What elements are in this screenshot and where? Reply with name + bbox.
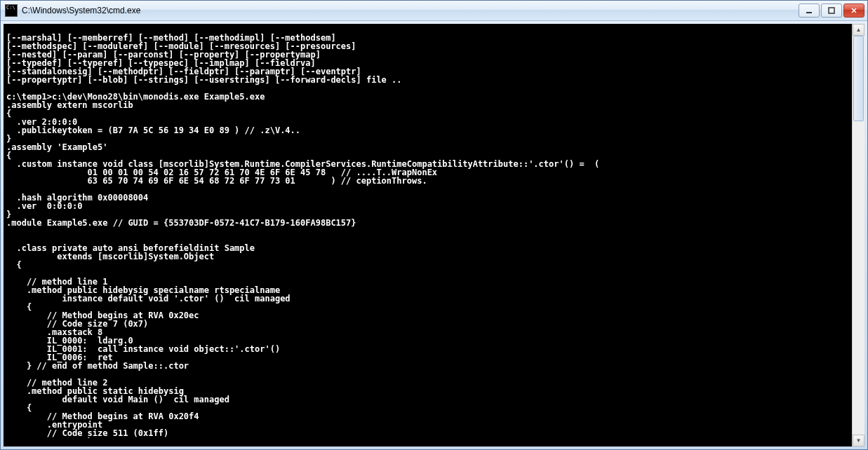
console-output[interactable]: [--marshal] [--memberref] [--method] [--… bbox=[4, 32, 852, 438]
minimize-button[interactable] bbox=[799, 4, 820, 18]
maximize-icon bbox=[828, 7, 835, 14]
cmd-icon bbox=[5, 4, 18, 17]
window-title: C:\Windows\System32\cmd.exe bbox=[22, 6, 799, 15]
minimize-icon bbox=[806, 7, 813, 14]
scroll-track[interactable] bbox=[853, 36, 864, 435]
scroll-down-button[interactable]: ▼ bbox=[853, 435, 864, 446]
close-icon bbox=[850, 7, 857, 14]
close-button[interactable] bbox=[843, 4, 864, 18]
cmd-window: C:\Windows\System32\cmd.exe [--marshal] … bbox=[0, 0, 868, 450]
vertical-scrollbar[interactable]: ▲ ▼ bbox=[852, 24, 864, 446]
svg-rect-0 bbox=[806, 12, 812, 13]
client-area: [--marshal] [--memberref] [--method] [--… bbox=[4, 24, 864, 446]
window-controls bbox=[799, 4, 864, 18]
titlebar[interactable]: C:\Windows\System32\cmd.exe bbox=[1, 1, 867, 21]
scroll-thumb[interactable] bbox=[853, 36, 864, 121]
maximize-button[interactable] bbox=[821, 4, 842, 18]
scroll-up-button[interactable]: ▲ bbox=[853, 24, 864, 36]
svg-rect-1 bbox=[829, 8, 834, 13]
